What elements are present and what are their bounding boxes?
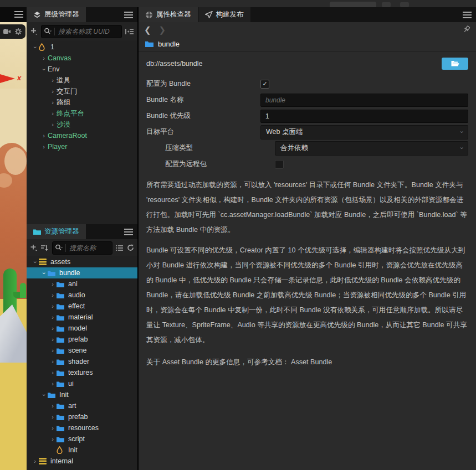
chevron-right-icon[interactable]: › (40, 133, 48, 139)
scene-gizmo-toolbar (0, 24, 25, 39)
chevron-right-icon[interactable]: › (49, 370, 57, 376)
tab-hierarchy[interactable]: 层级管理器 (27, 7, 86, 22)
tab-build[interactable]: 构建发布 (198, 7, 250, 22)
editor-top-toolbar (0, 0, 476, 8)
pin-icon[interactable] (463, 25, 470, 33)
assets-search[interactable] (52, 241, 112, 255)
forward-icon[interactable]: ❯ (159, 25, 166, 34)
tree-item-scene-folder[interactable]: › scene (27, 345, 137, 356)
tree-item-env[interactable]: › Env (27, 64, 137, 75)
tree-item-ani[interactable]: › ani (27, 278, 137, 290)
search-icon[interactable] (44, 28, 52, 35)
chevron-right-icon[interactable]: › (49, 122, 57, 128)
chevron-right-icon[interactable]: › (49, 403, 57, 409)
chevron-down-icon[interactable]: › (32, 258, 38, 266)
tree-item-script[interactable]: › script (27, 433, 137, 445)
chevron-right-icon[interactable]: › (40, 55, 48, 61)
chevron-right-icon[interactable]: › (49, 303, 57, 309)
chevron-right-icon[interactable]: › (49, 381, 57, 387)
chevron-right-icon[interactable]: › (49, 425, 57, 431)
chevron-right-icon[interactable]: › (49, 359, 57, 365)
tree-item-audio[interactable]: › audio (27, 290, 137, 301)
chevron-right-icon[interactable]: › (31, 458, 39, 464)
tree-item-luzu[interactable]: › 路组 (27, 97, 137, 108)
sort-icon[interactable] (40, 245, 49, 251)
tree-item-cameraroot[interactable]: › CameraRoot (27, 130, 137, 141)
chevron-down-icon[interactable]: › (32, 43, 38, 51)
tree-item-model[interactable]: › model (27, 323, 137, 334)
tree-item-ui[interactable]: › ui (27, 378, 137, 389)
refresh-icon[interactable] (127, 244, 134, 251)
scene-menu-icon[interactable] (14, 11, 23, 18)
assets-search-input[interactable] (68, 244, 110, 252)
asset-path-row: db://assets/bundle (139, 55, 476, 73)
tree-item-material[interactable]: › material (27, 312, 137, 323)
chevron-right-icon[interactable]: › (49, 314, 57, 321)
tree-item-prefab[interactable]: › prefab (27, 334, 137, 345)
chevron-right-icon[interactable]: › (49, 281, 57, 287)
tree-item-internal-root[interactable]: › internal (27, 456, 137, 467)
chevron-right-icon[interactable]: › (49, 89, 57, 95)
chevron-down-icon[interactable]: › (41, 269, 47, 277)
chevron-right-icon[interactable]: › (49, 111, 57, 117)
hierarchy-search[interactable] (41, 25, 122, 38)
move-gizmo-x-axis[interactable]: x (0, 74, 27, 84)
chevron-down-icon[interactable]: › (41, 65, 47, 73)
chevron-right-icon[interactable]: › (40, 144, 48, 150)
search-icon[interactable] (55, 244, 63, 251)
chevron-right-icon[interactable]: › (49, 348, 57, 354)
target-platform-select[interactable]: Web 桌面端 › (260, 125, 468, 140)
collapse-all-icon[interactable] (125, 28, 134, 35)
tree-item-textures[interactable]: › textures (27, 367, 137, 378)
chevron-right-icon[interactable]: › (49, 436, 57, 442)
tree-item-zhongdianpingtai[interactable]: › 终点平台 (27, 108, 137, 119)
tree-item-bundle[interactable]: › bundle (27, 267, 137, 278)
hierarchy-search-input[interactable] (57, 27, 119, 36)
tree-item-init-folder[interactable]: › Init (27, 389, 137, 400)
is-bundle-checkbox[interactable]: ✓ (260, 80, 269, 89)
tree-item-label: textures (68, 369, 93, 376)
gear-icon[interactable] (15, 28, 22, 35)
chevron-right-icon[interactable]: › (49, 414, 57, 420)
back-icon[interactable]: ❮ (144, 25, 151, 34)
tree-item-assets-root[interactable]: › assets (27, 256, 137, 267)
tree-item-label: CameraRoot (48, 132, 87, 140)
tree-item-shader[interactable]: › shader (27, 356, 137, 367)
hierarchy-panel: 层级管理器 › 1 (27, 7, 139, 224)
tree-item-effect[interactable]: › effect (27, 301, 137, 312)
remote-bundle-checkbox[interactable] (275, 160, 284, 169)
bundle-name-row: Bundle 名称 (139, 92, 476, 108)
assets-menu-icon[interactable] (124, 229, 133, 235)
scene-panel-bar (0, 7, 27, 22)
tree-item-canvas[interactable]: › Canvas (27, 53, 137, 64)
bundle-name-input[interactable] (260, 94, 468, 107)
inspector-menu-icon[interactable] (463, 12, 472, 18)
tree-item-resources[interactable]: › resources (27, 422, 137, 433)
tree-item-init-scene[interactable]: › Init (27, 445, 137, 456)
open-folder-button[interactable] (442, 58, 468, 70)
create-asset-icon[interactable] (30, 244, 37, 251)
chevron-right-icon[interactable]: › (49, 100, 57, 106)
chevron-right-icon[interactable]: › (49, 292, 57, 298)
tree-item-init-prefab[interactable]: › prefab (27, 411, 137, 422)
tree-item-player[interactable]: › Player (27, 141, 137, 152)
create-node-icon[interactable] (30, 28, 38, 35)
tree-item-daoju[interactable]: › 道具 (27, 75, 137, 86)
chevron-right-icon[interactable]: › (49, 78, 57, 84)
gizmo-arrow-icon[interactable] (0, 74, 15, 83)
camera-icon[interactable] (3, 29, 11, 34)
bundle-priority-input[interactable] (260, 110, 468, 123)
tree-item-jiaohumen[interactable]: › 交互门 (27, 86, 137, 97)
hierarchy-menu-icon[interactable] (124, 12, 133, 18)
chevron-right-icon[interactable]: › (49, 326, 57, 332)
filter-icon[interactable] (116, 245, 124, 251)
tree-item-scene-1[interactable]: › 1 (27, 42, 137, 53)
tree-item-art[interactable]: › art (27, 400, 137, 411)
chevron-down-icon[interactable]: › (41, 391, 47, 399)
compression-type-select[interactable]: 合并依赖 › (275, 141, 468, 156)
chevron-right-icon[interactable]: › (49, 337, 57, 343)
tree-item-shamo[interactable]: › 沙漠 (27, 119, 137, 130)
tree-item-label: material (68, 313, 93, 321)
tab-assets[interactable]: 资源管理器 (27, 224, 86, 239)
tab-inspector[interactable]: 属性检查器 (139, 7, 198, 22)
